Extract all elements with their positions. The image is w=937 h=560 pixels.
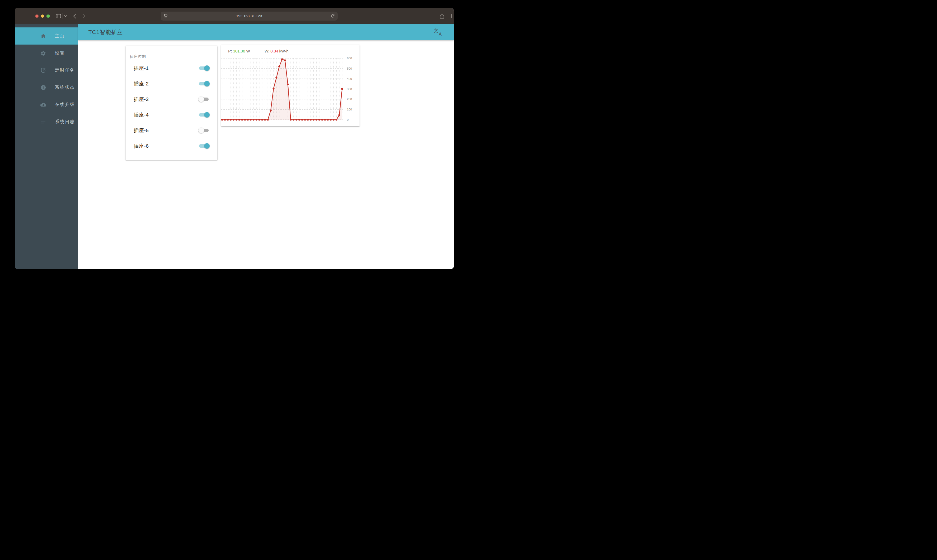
svg-text:400: 400	[347, 77, 352, 80]
home-icon	[40, 33, 46, 39]
sidebar: 主页 设置 定时任务 系统状态 在线升级 系统日志	[15, 24, 78, 269]
main-panel: TC1智能插座 文 A 插座控制 插座-1 插座-2 插座-3 插座-4 插座-…	[78, 24, 454, 269]
info-icon	[40, 85, 46, 91]
socket-toggle-2[interactable]	[199, 82, 209, 85]
new-tab-button[interactable]	[448, 8, 454, 24]
socket-row: 插座-4	[126, 107, 217, 123]
page-title: TC1智能插座	[88, 28, 123, 36]
window-controls	[35, 14, 50, 18]
socket-row: 插座-2	[126, 76, 217, 91]
sidebar-toggle-button[interactable]	[54, 8, 63, 24]
svg-text:500: 500	[347, 67, 352, 70]
energy-value: 0.34	[270, 49, 278, 53]
socket-label: 插座-5	[134, 127, 149, 134]
socket-toggle-6[interactable]	[199, 144, 209, 148]
socket-label: 插座-1	[134, 65, 149, 72]
svg-text:100: 100	[347, 108, 352, 111]
chevron-down-icon	[64, 15, 67, 17]
sidebar-item-logs[interactable]: 系统日志	[15, 113, 78, 130]
app-area: 主页 设置 定时任务 系统状态 在线升级 系统日志 TC1智能插座 文 A	[15, 24, 454, 269]
share-button[interactable]	[439, 8, 445, 24]
socket-label: 插座-2	[134, 80, 149, 87]
energy-stat: W: 0.34 kW·h	[265, 49, 288, 53]
forward-button[interactable]	[81, 8, 87, 24]
plus-icon	[449, 14, 453, 18]
website-settings-icon[interactable]	[161, 14, 171, 18]
power-chart-card: 6005004003002001000 P: 301.30 W W: 0.34 …	[221, 45, 359, 126]
sidebar-item-home[interactable]: 主页	[15, 28, 78, 45]
socket-card-title: 插座控制	[130, 54, 146, 59]
svg-text:0: 0	[347, 118, 348, 121]
chevron-left-icon	[73, 14, 76, 18]
url-text: 192.168.31.123	[171, 14, 328, 18]
socket-row: 插座-6	[126, 138, 217, 154]
back-button[interactable]	[71, 8, 77, 24]
svg-text:600: 600	[347, 57, 352, 60]
socket-label: 插座-4	[134, 112, 149, 118]
sidebar-item-info[interactable]: 系统状态	[15, 79, 78, 96]
power-chart-svg: 6005004003002001000	[221, 45, 359, 126]
main-content: 插座控制 插座-1 插座-2 插座-3 插座-4 插座-5 插座-6 60050…	[78, 40, 454, 269]
zoom-window-button[interactable]	[46, 14, 49, 18]
chart-stats: P: 301.30 W W: 0.34 kW·h	[228, 49, 250, 53]
socket-row: 插座-5	[126, 123, 217, 138]
gear-icon	[40, 50, 46, 56]
socket-label: 插座-3	[134, 96, 149, 103]
cloud-download-icon	[40, 102, 46, 108]
socket-control-card: 插座控制 插座-1 插座-2 插座-3 插座-4 插座-5 插座-6	[126, 46, 217, 160]
translate-icon: 文	[434, 28, 438, 34]
translate-button[interactable]: 文 A	[433, 28, 442, 37]
reload-icon[interactable]	[328, 14, 338, 18]
socket-toggle-4[interactable]	[199, 113, 209, 117]
socket-rows: 插座-1 插座-2 插座-3 插座-4 插座-5 插座-6	[126, 60, 217, 154]
socket-toggle-1[interactable]	[199, 66, 209, 70]
minimize-window-button[interactable]	[41, 14, 44, 18]
page-header: TC1智能插座 文 A	[78, 24, 454, 40]
close-window-button[interactable]	[35, 14, 39, 18]
desktop-background: 192.168.31.123 主页 设置 定时任务	[0, 0, 468, 280]
sidebar-item-cloud-download[interactable]: 在线升级	[15, 96, 78, 113]
socket-row: 插座-1	[126, 60, 217, 76]
logs-icon	[40, 119, 46, 125]
svg-text:300: 300	[347, 88, 352, 91]
browser-toolbar: 192.168.31.123	[15, 8, 454, 24]
sidebar-nav: 主页 设置 定时任务 系统状态 在线升级 系统日志	[15, 28, 78, 130]
sidebar-item-gear[interactable]: 设置	[15, 45, 78, 62]
sidebar-item-alarm[interactable]: 定时任务	[15, 62, 78, 79]
chevron-right-icon	[83, 14, 85, 18]
svg-text:200: 200	[347, 98, 352, 101]
power-value: 301.30	[233, 49, 245, 53]
alarm-icon	[40, 68, 46, 73]
power-stat: P: 301.30 W	[228, 49, 250, 53]
socket-toggle-5[interactable]	[199, 129, 209, 132]
socket-label: 插座-6	[134, 143, 149, 149]
socket-toggle-3[interactable]	[199, 98, 209, 101]
tab-group-chevron-button[interactable]	[63, 8, 68, 24]
address-bar[interactable]: 192.168.31.123	[161, 12, 338, 20]
sidebar-panel-icon	[56, 14, 61, 18]
socket-row: 插座-3	[126, 91, 217, 107]
share-icon	[440, 14, 444, 19]
browser-window: 192.168.31.123 主页 设置 定时任务	[15, 8, 454, 269]
